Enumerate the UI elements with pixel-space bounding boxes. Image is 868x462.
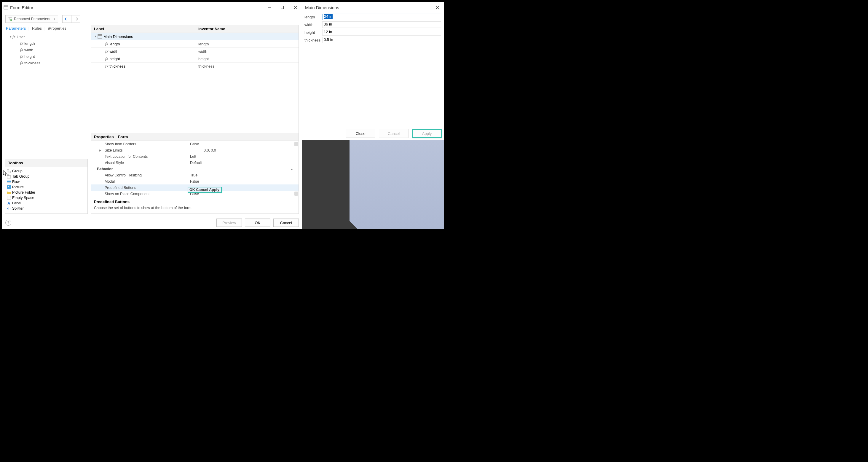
titlebar: Form Editor — [2, 2, 302, 13]
undo-icon — [64, 17, 70, 21]
close-icon — [435, 6, 439, 9]
scrollbar[interactable] — [294, 191, 298, 196]
apply-button[interactable]: Apply — [412, 129, 442, 138]
form-editor-icon — [4, 5, 8, 10]
chevron-down-icon: ▼ — [93, 35, 97, 38]
minimize-button[interactable] — [262, 3, 276, 12]
help-button[interactable]: ? — [5, 220, 11, 226]
cancel-button[interactable]: Cancel — [273, 219, 299, 227]
close-button[interactable] — [289, 3, 302, 12]
3d-viewport[interactable] — [302, 140, 444, 229]
tab-iproperties[interactable]: iProperties — [48, 26, 66, 31]
empty-icon — [7, 196, 11, 200]
prop-row[interactable]: Visual StyleDefault — [91, 159, 299, 166]
preview-button[interactable]: Preview — [216, 219, 242, 227]
label-icon: A — [7, 201, 11, 205]
grid-header: Label Inventor Name — [91, 25, 299, 33]
grid-row[interactable]: fxthicknessthickness — [91, 63, 299, 70]
form-editor-window: Form Editor Renamed Parameters ▼ — [2, 2, 302, 229]
svg-rect-12 — [7, 182, 11, 183]
close-button[interactable]: Close — [346, 129, 375, 138]
svg-rect-15 — [7, 196, 11, 199]
fx-icon: fx — [105, 56, 108, 61]
md-button-row: Close Cancel Apply — [302, 126, 444, 140]
svg-rect-8 — [9, 171, 11, 173]
prop-row[interactable]: ▶Size Limits0,0, 0,0 — [91, 147, 299, 153]
tree-item[interactable]: fxthickness — [6, 60, 88, 66]
highlighted-value: OK Cancel Apply — [188, 187, 222, 193]
thickness-input[interactable]: 0.5 in — [322, 37, 441, 43]
props-tab-form[interactable]: Form — [118, 135, 128, 139]
fx-icon: fx — [20, 61, 23, 65]
field-thickness: thickness0.5 in — [305, 36, 441, 44]
toolbox-item-group[interactable]: Group — [7, 168, 86, 174]
length-input[interactable]: 24 in — [322, 13, 441, 20]
fx-icon: fx — [105, 49, 108, 54]
height-input[interactable]: 12 in — [322, 29, 441, 36]
prop-row[interactable]: Allow Control ResizingTrue — [91, 172, 299, 178]
tree-item[interactable]: fxlength — [6, 40, 88, 47]
fx-icon: fx — [105, 41, 108, 46]
toolbox-item-tabgroup[interactable]: Tab Group — [7, 174, 86, 179]
scrollbar[interactable] — [294, 142, 298, 146]
col-inventor-name: Inventor Name — [198, 27, 299, 31]
svg-point-14 — [8, 186, 9, 187]
mouse-cursor-icon — [3, 170, 8, 176]
props-tab-properties[interactable]: Properties — [94, 135, 114, 139]
prop-row[interactable]: Show Item BordersFalse — [91, 141, 299, 147]
main-dimensions-window: Main Dimensions length24 in width36 in h… — [302, 2, 444, 229]
prop-row[interactable]: Text Location for ContentsLeft — [91, 153, 299, 159]
chevron-down-icon: ▼ — [53, 18, 56, 21]
row-icon — [7, 180, 11, 184]
chevron-down-icon: ▼ — [9, 35, 12, 38]
form-editor-footer: ? Preview OK Cancel — [2, 216, 302, 229]
prop-row[interactable]: ModalFalse — [91, 178, 299, 184]
chevron-right-icon: ▶ — [99, 149, 103, 152]
svg-rect-13 — [7, 185, 11, 189]
toolbox-item-picturefolder[interactable]: Picture Folder — [7, 190, 86, 195]
form-icon — [97, 34, 102, 39]
toolbox-item-splitter[interactable]: Splitter — [7, 206, 86, 211]
splitter-icon — [7, 206, 11, 211]
fx-icon: fx — [20, 41, 23, 46]
md-titlebar: Main Dimensions — [302, 2, 444, 13]
tree-label: User — [17, 35, 25, 39]
fx-icon: fx — [20, 48, 23, 52]
tree-item[interactable]: fxwidth — [6, 47, 88, 53]
sort-icon[interactable]: ▲ — [290, 167, 293, 171]
tree-item[interactable]: fxheight — [6, 53, 88, 60]
cancel-button[interactable]: Cancel — [379, 129, 408, 138]
svg-rect-3 — [281, 6, 284, 9]
close-button[interactable] — [432, 3, 442, 11]
prop-row-predefined-buttons[interactable]: Predefined ButtonsOK Cancel Apply — [91, 184, 299, 191]
width-input[interactable]: 36 in — [322, 21, 441, 28]
picture-icon — [7, 185, 11, 189]
renamed-parameters-dropdown[interactable]: Renamed Parameters ▼ — [5, 15, 58, 23]
toolbox-item-picture[interactable]: Picture — [7, 184, 86, 190]
fx-icon: fx — [12, 34, 16, 39]
svg-rect-1 — [4, 6, 8, 6]
filter-icon — [8, 17, 12, 21]
grid-row[interactable]: fxlengthlength — [91, 40, 299, 48]
tree-node-user[interactable]: ▼ fx User — [6, 33, 88, 40]
fx-icon: fx — [20, 54, 23, 59]
toolbox-item-label[interactable]: ALabel — [7, 201, 86, 206]
grid-row[interactable]: fxwidthwidth — [91, 48, 299, 55]
maximize-button[interactable] — [276, 3, 289, 12]
redo-icon — [73, 17, 78, 21]
tab-rules[interactable]: Rules — [32, 26, 42, 31]
col-label: Label — [91, 27, 198, 31]
ok-button[interactable]: OK — [245, 219, 270, 227]
svg-point-6 — [10, 19, 12, 21]
parameter-tabs: Parameters | Rules | iProperties — [5, 25, 88, 31]
undo-button[interactable] — [62, 15, 71, 23]
tab-parameters[interactable]: Parameters — [6, 26, 26, 31]
grid-row-root[interactable]: ▼ Main Dimensions — [91, 33, 299, 40]
redo-button[interactable] — [71, 15, 80, 23]
toolbox-item-emptyspace[interactable]: Empty Space — [7, 195, 86, 201]
grid-row[interactable]: fxheightheight — [91, 55, 299, 63]
toolbox-item-row[interactable]: Row — [7, 179, 86, 184]
window-title: Form Editor — [10, 5, 33, 10]
svg-rect-11 — [7, 181, 11, 182]
parameter-tree: ▼ fx User fxlength fxwidth fxheight fxth… — [5, 32, 88, 157]
